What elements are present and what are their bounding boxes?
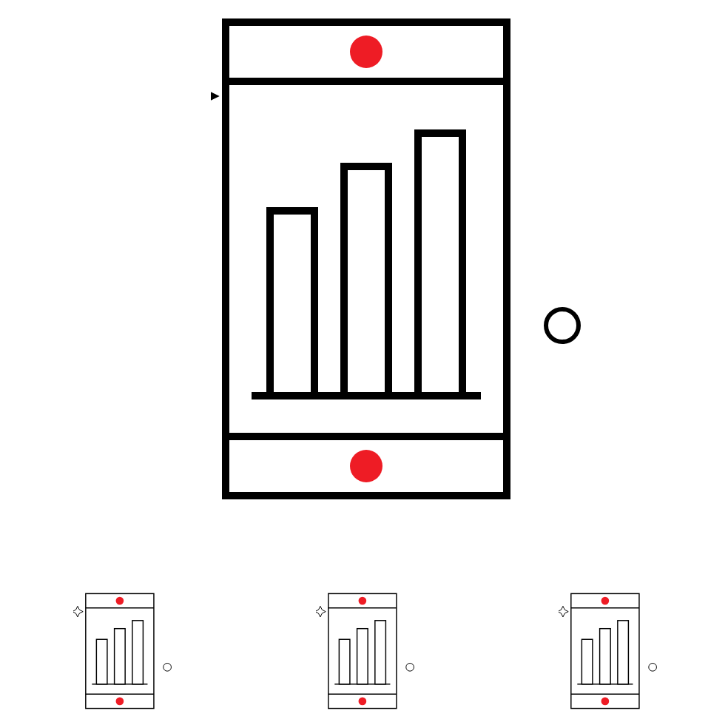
svg-rect-18: [375, 621, 386, 684]
chart-bar-2: [344, 166, 388, 396]
chart-bar-1: [270, 211, 314, 396]
svg-point-24: [601, 698, 610, 706]
svg-rect-8: [132, 621, 144, 684]
svg-point-23: [601, 597, 610, 605]
svg-point-13: [359, 597, 367, 605]
home-button-icon: [350, 450, 382, 482]
svg-rect-16: [339, 639, 350, 684]
sparkle-star-icon: [211, 74, 215, 118]
icon-variants-row: [0, 592, 728, 703]
svg-rect-27: [600, 629, 611, 684]
mobile-chart-icon-small-1: [73, 592, 169, 703]
decoration-circle-icon: [546, 309, 579, 342]
mobile-chart-icon-small-3: [559, 592, 655, 703]
svg-point-9: [164, 663, 172, 671]
mobile-chart-icon-large: [211, 15, 522, 496]
svg-point-3: [116, 597, 124, 605]
mobile-chart-svg: [211, 15, 596, 503]
svg-rect-7: [115, 629, 126, 684]
svg-rect-26: [582, 639, 593, 684]
svg-rect-17: [357, 629, 368, 684]
chart-bar-3: [418, 133, 462, 396]
mobile-chart-icon-small-2: [316, 592, 412, 703]
svg-point-29: [649, 663, 657, 671]
svg-point-19: [406, 663, 414, 671]
svg-rect-6: [96, 639, 107, 684]
svg-point-14: [359, 698, 367, 706]
svg-point-4: [116, 698, 124, 706]
camera-dot-icon: [350, 36, 382, 68]
svg-rect-28: [618, 621, 629, 684]
